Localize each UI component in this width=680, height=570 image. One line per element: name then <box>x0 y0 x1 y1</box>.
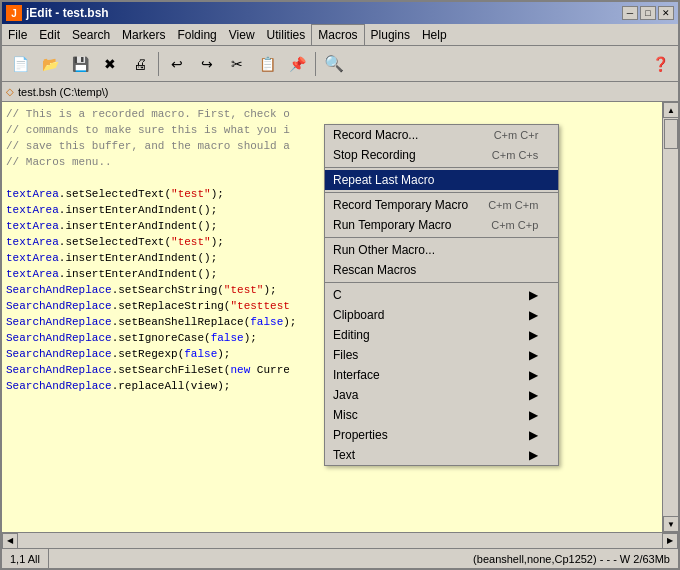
menu-macros[interactable]: Macros <box>311 24 364 45</box>
address-bar: ◇ test.bsh (C:\temp\) <box>2 82 678 102</box>
submenu-c-item[interactable]: C ▶ <box>325 285 558 305</box>
minimize-button[interactable]: ─ <box>622 6 638 20</box>
submenu-clipboard-item[interactable]: Clipboard ▶ <box>325 305 558 325</box>
submenu-c-label: C <box>333 288 342 302</box>
submenu-interface-item[interactable]: Interface ▶ <box>325 365 558 385</box>
menu-help[interactable]: Help <box>416 24 453 45</box>
paste-button[interactable]: 📌 <box>283 50 311 78</box>
window-title: jEdit - test.bsh <box>26 6 109 20</box>
submenu-files-arrow: ▶ <box>529 348 538 362</box>
submenu-java-item[interactable]: Java ▶ <box>325 385 558 405</box>
file-icon: ◇ <box>6 86 14 97</box>
redo-button[interactable]: ↪ <box>193 50 221 78</box>
status-position: 1,1 All <box>2 549 49 568</box>
rescan-macros-item[interactable]: Rescan Macros <box>325 260 558 280</box>
menu-folding[interactable]: Folding <box>171 24 222 45</box>
submenu-editing-item[interactable]: Editing ▶ <box>325 325 558 345</box>
scroll-track-v[interactable] <box>663 118 678 516</box>
vertical-scrollbar[interactable]: ▲ ▼ <box>662 102 678 532</box>
app-icon: J <box>6 5 22 21</box>
separator-4 <box>325 282 558 283</box>
submenu-files-item[interactable]: Files ▶ <box>325 345 558 365</box>
menu-file[interactable]: File <box>2 24 33 45</box>
toolbar-separator-2 <box>315 52 316 76</box>
copy-button[interactable]: 📋 <box>253 50 281 78</box>
record-macro-label: Record Macro... <box>333 128 418 142</box>
open-file-button[interactable]: 📂 <box>36 50 64 78</box>
submenu-misc-item[interactable]: Misc ▶ <box>325 405 558 425</box>
scroll-track-h[interactable] <box>18 534 662 548</box>
main-window: J jEdit - test.bsh ─ □ ✕ File Edit Searc… <box>0 0 680 570</box>
submenu-clipboard-arrow: ▶ <box>529 308 538 322</box>
menu-search[interactable]: Search <box>66 24 116 45</box>
save-button[interactable]: 💾 <box>66 50 94 78</box>
record-macro-shortcut: C+m C+r <box>494 129 539 141</box>
submenu-text-item[interactable]: Text ▶ <box>325 445 558 465</box>
submenu-c-arrow: ▶ <box>529 288 538 302</box>
menu-view[interactable]: View <box>223 24 261 45</box>
maximize-button[interactable]: □ <box>640 6 656 20</box>
menu-bar: File Edit Search Markers Folding View Ut… <box>2 24 678 46</box>
menu-edit[interactable]: Edit <box>33 24 66 45</box>
stop-recording-label: Stop Recording <box>333 148 416 162</box>
submenu-java-label: Java <box>333 388 358 402</box>
submenu-files-label: Files <box>333 348 358 362</box>
menu-utilities[interactable]: Utilities <box>261 24 312 45</box>
status-bar: 1,1 All (beanshell,none,Cp1252) - - - W … <box>2 548 678 568</box>
separator-2 <box>325 192 558 193</box>
submenu-properties-arrow: ▶ <box>529 428 538 442</box>
macros-dropdown-menu[interactable]: Record Macro... C+m C+r Stop Recording C… <box>324 124 559 466</box>
toolbar-separator-1 <box>158 52 159 76</box>
new-file-button[interactable]: 📄 <box>6 50 34 78</box>
submenu-properties-label: Properties <box>333 428 388 442</box>
close-file-button[interactable]: ✖ <box>96 50 124 78</box>
submenu-misc-label: Misc <box>333 408 358 422</box>
scroll-down-button[interactable]: ▼ <box>663 516 678 532</box>
run-temp-macro-label: Run Temporary Macro <box>333 218 452 232</box>
record-temp-macro-label: Record Temporary Macro <box>333 198 468 212</box>
stop-recording-shortcut: C+m C+s <box>492 149 538 161</box>
help-button[interactable]: ❓ <box>646 50 674 78</box>
window-controls: ─ □ ✕ <box>622 6 674 20</box>
rescan-macros-label: Rescan Macros <box>333 263 416 277</box>
record-macro-item[interactable]: Record Macro... C+m C+r <box>325 125 558 145</box>
submenu-text-arrow: ▶ <box>529 448 538 462</box>
separator-3 <box>325 237 558 238</box>
undo-button[interactable]: ↩ <box>163 50 191 78</box>
run-other-macro-item[interactable]: Run Other Macro... <box>325 240 558 260</box>
main-area: // This is a recorded macro. First, chec… <box>2 102 678 532</box>
stop-recording-item[interactable]: Stop Recording C+m C+s <box>325 145 558 165</box>
cut-button[interactable]: ✂ <box>223 50 251 78</box>
close-button[interactable]: ✕ <box>658 6 674 20</box>
submenu-editing-arrow: ▶ <box>529 328 538 342</box>
submenu-interface-arrow: ▶ <box>529 368 538 382</box>
submenu-editing-label: Editing <box>333 328 370 342</box>
submenu-text-label: Text <box>333 448 355 462</box>
separator-1 <box>325 167 558 168</box>
run-temp-macro-item[interactable]: Run Temporary Macro C+m C+p <box>325 215 558 235</box>
submenu-interface-label: Interface <box>333 368 380 382</box>
status-info: (beanshell,none,Cp1252) - - - W 2/63Mb <box>49 553 678 565</box>
repeat-last-macro-item[interactable]: Repeat Last Macro <box>325 170 558 190</box>
scroll-thumb-v[interactable] <box>664 119 678 149</box>
submenu-clipboard-label: Clipboard <box>333 308 384 322</box>
scroll-right-button[interactable]: ▶ <box>662 533 678 549</box>
submenu-java-arrow: ▶ <box>529 388 538 402</box>
search-button[interactable]: 🔍 <box>320 50 348 78</box>
run-temp-macro-shortcut: C+m C+p <box>491 219 538 231</box>
run-other-macro-label: Run Other Macro... <box>333 243 435 257</box>
record-temp-macro-shortcut: C+m C+m <box>488 199 538 211</box>
scroll-left-button[interactable]: ◀ <box>2 533 18 549</box>
title-bar-left: J jEdit - test.bsh <box>6 5 109 21</box>
scroll-up-button[interactable]: ▲ <box>663 102 678 118</box>
record-temp-macro-item[interactable]: Record Temporary Macro C+m C+m <box>325 195 558 215</box>
horizontal-scrollbar[interactable]: ◀ ▶ <box>2 532 678 548</box>
menu-markers[interactable]: Markers <box>116 24 171 45</box>
submenu-misc-arrow: ▶ <box>529 408 538 422</box>
print-button[interactable]: 🖨 <box>126 50 154 78</box>
menu-plugins[interactable]: Plugins <box>365 24 416 45</box>
toolbar: 📄 📂 💾 ✖ 🖨 ↩ ↪ ✂ 📋 📌 🔍 ❓ <box>2 46 678 82</box>
title-bar: J jEdit - test.bsh ─ □ ✕ <box>2 2 678 24</box>
file-path: test.bsh (C:\temp\) <box>18 86 108 98</box>
submenu-properties-item[interactable]: Properties ▶ <box>325 425 558 445</box>
